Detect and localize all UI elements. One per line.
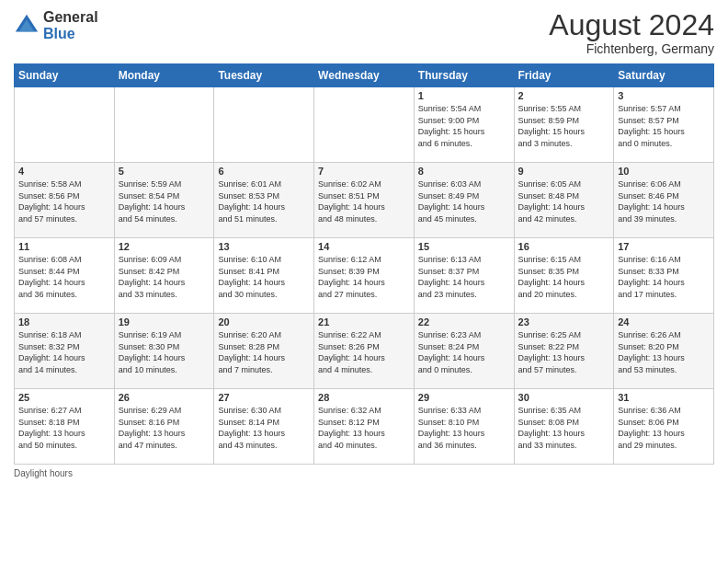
day-number: 3: [618, 90, 710, 101]
day-number: 5: [119, 166, 210, 177]
calendar-cell: 28Sunrise: 6:32 AM Sunset: 8:12 PM Dayli…: [314, 389, 415, 465]
header: General Blue August 2024 Fichtenberg, Ge…: [14, 9, 714, 56]
calendar-cell: 12Sunrise: 6:09 AM Sunset: 8:42 PM Dayli…: [114, 238, 214, 314]
calendar-header-monday: Monday: [114, 64, 214, 87]
location: Fichtenberg, Germany: [549, 41, 714, 56]
calendar-cell: 11Sunrise: 6:08 AM Sunset: 8:44 PM Dayli…: [15, 238, 115, 314]
day-info: Sunrise: 6:03 AM Sunset: 8:49 PM Dayligh…: [418, 178, 510, 224]
month-year: August 2024: [549, 9, 714, 41]
day-info: Sunrise: 6:16 AM Sunset: 8:33 PM Dayligh…: [618, 254, 710, 300]
calendar-week-2: 4Sunrise: 5:58 AM Sunset: 8:56 PM Daylig…: [15, 163, 714, 238]
calendar-cell: [214, 87, 314, 163]
calendar-header-row: SundayMondayTuesdayWednesdayThursdayFrid…: [15, 64, 714, 87]
calendar-week-5: 25Sunrise: 6:27 AM Sunset: 8:18 PM Dayli…: [15, 389, 714, 465]
calendar-week-3: 11Sunrise: 6:08 AM Sunset: 8:44 PM Dayli…: [15, 238, 714, 314]
day-number: 26: [119, 392, 210, 403]
day-number: 1: [418, 90, 510, 101]
day-number: 6: [218, 166, 310, 177]
day-info: Sunrise: 6:10 AM Sunset: 8:41 PM Dayligh…: [218, 254, 310, 300]
calendar-cell: [314, 87, 415, 163]
day-number: 21: [318, 316, 410, 327]
calendar-cell: 22Sunrise: 6:23 AM Sunset: 8:24 PM Dayli…: [414, 314, 514, 389]
day-info: Sunrise: 6:01 AM Sunset: 8:53 PM Dayligh…: [218, 178, 310, 224]
day-number: 16: [518, 241, 610, 252]
day-info: Sunrise: 6:13 AM Sunset: 8:37 PM Dayligh…: [418, 254, 510, 300]
day-info: Sunrise: 6:09 AM Sunset: 8:42 PM Dayligh…: [119, 254, 210, 300]
day-info: Sunrise: 6:15 AM Sunset: 8:35 PM Dayligh…: [518, 254, 610, 300]
day-info: Sunrise: 6:23 AM Sunset: 8:24 PM Dayligh…: [418, 329, 510, 375]
day-number: 8: [418, 166, 510, 177]
day-number: 29: [418, 392, 510, 403]
calendar-cell: 30Sunrise: 6:35 AM Sunset: 8:08 PM Dayli…: [514, 389, 614, 465]
day-info: Sunrise: 5:59 AM Sunset: 8:54 PM Dayligh…: [119, 178, 210, 224]
day-number: 12: [119, 241, 210, 252]
day-number: 31: [618, 392, 710, 403]
calendar-cell: 13Sunrise: 6:10 AM Sunset: 8:41 PM Dayli…: [214, 238, 314, 314]
calendar-cell: 20Sunrise: 6:20 AM Sunset: 8:28 PM Dayli…: [214, 314, 314, 389]
calendar-cell: 10Sunrise: 6:06 AM Sunset: 8:46 PM Dayli…: [614, 163, 714, 238]
day-number: 24: [618, 316, 710, 327]
day-info: Sunrise: 6:27 AM Sunset: 8:18 PM Dayligh…: [18, 405, 110, 451]
day-info: Sunrise: 6:29 AM Sunset: 8:16 PM Dayligh…: [119, 405, 210, 451]
calendar-week-1: 1Sunrise: 5:54 AM Sunset: 9:00 PM Daylig…: [15, 87, 714, 163]
day-number: 23: [518, 316, 610, 327]
day-number: 19: [119, 316, 210, 327]
day-info: Sunrise: 6:30 AM Sunset: 8:14 PM Dayligh…: [218, 405, 310, 451]
calendar-cell: 1Sunrise: 5:54 AM Sunset: 9:00 PM Daylig…: [414, 87, 514, 163]
calendar-header-thursday: Thursday: [414, 64, 514, 87]
day-info: Sunrise: 6:08 AM Sunset: 8:44 PM Dayligh…: [18, 254, 110, 300]
day-number: 7: [318, 166, 410, 177]
day-info: Sunrise: 5:57 AM Sunset: 8:57 PM Dayligh…: [618, 103, 710, 149]
calendar-cell: 9Sunrise: 6:05 AM Sunset: 8:48 PM Daylig…: [514, 163, 614, 238]
day-number: 11: [18, 241, 110, 252]
calendar-cell: 2Sunrise: 5:55 AM Sunset: 8:59 PM Daylig…: [514, 87, 614, 163]
day-info: Sunrise: 6:36 AM Sunset: 8:06 PM Dayligh…: [618, 405, 710, 451]
day-info: Sunrise: 6:06 AM Sunset: 8:46 PM Dayligh…: [618, 178, 710, 224]
day-info: Sunrise: 5:55 AM Sunset: 8:59 PM Dayligh…: [518, 103, 610, 149]
calendar-cell: [15, 87, 115, 163]
day-info: Sunrise: 6:25 AM Sunset: 8:22 PM Dayligh…: [518, 329, 610, 375]
calendar-cell: 4Sunrise: 5:58 AM Sunset: 8:56 PM Daylig…: [15, 163, 115, 238]
calendar-cell: 17Sunrise: 6:16 AM Sunset: 8:33 PM Dayli…: [614, 238, 714, 314]
calendar-cell: 26Sunrise: 6:29 AM Sunset: 8:16 PM Dayli…: [114, 389, 214, 465]
calendar-cell: 16Sunrise: 6:15 AM Sunset: 8:35 PM Dayli…: [514, 238, 614, 314]
day-info: Sunrise: 6:05 AM Sunset: 8:48 PM Dayligh…: [518, 178, 610, 224]
day-number: 20: [218, 316, 310, 327]
day-number: 14: [318, 241, 410, 252]
calendar-cell: 3Sunrise: 5:57 AM Sunset: 8:57 PM Daylig…: [614, 87, 714, 163]
day-number: 2: [518, 90, 610, 101]
day-info: Sunrise: 6:22 AM Sunset: 8:26 PM Dayligh…: [318, 329, 410, 375]
footer: Daylight hours: [14, 468, 714, 478]
calendar-header-friday: Friday: [514, 64, 614, 87]
day-number: 15: [418, 241, 510, 252]
title-block: August 2024 Fichtenberg, Germany: [549, 9, 714, 56]
day-number: 27: [218, 392, 310, 403]
calendar-cell: 6Sunrise: 6:01 AM Sunset: 8:53 PM Daylig…: [214, 163, 314, 238]
day-number: 28: [318, 392, 410, 403]
day-info: Sunrise: 6:12 AM Sunset: 8:39 PM Dayligh…: [318, 254, 410, 300]
calendar-cell: 29Sunrise: 6:33 AM Sunset: 8:10 PM Dayli…: [414, 389, 514, 465]
calendar-cell: 27Sunrise: 6:30 AM Sunset: 8:14 PM Dayli…: [214, 389, 314, 465]
calendar-cell: 18Sunrise: 6:18 AM Sunset: 8:32 PM Dayli…: [15, 314, 115, 389]
calendar-cell: 23Sunrise: 6:25 AM Sunset: 8:22 PM Dayli…: [514, 314, 614, 389]
calendar-cell: 21Sunrise: 6:22 AM Sunset: 8:26 PM Dayli…: [314, 314, 415, 389]
calendar-cell: 19Sunrise: 6:19 AM Sunset: 8:30 PM Dayli…: [114, 314, 214, 389]
logo-blue: Blue: [43, 26, 98, 42]
day-number: 9: [518, 166, 610, 177]
day-info: Sunrise: 6:18 AM Sunset: 8:32 PM Dayligh…: [18, 329, 110, 375]
logo: General Blue: [14, 9, 98, 41]
day-number: 4: [18, 166, 110, 177]
calendar-header-sunday: Sunday: [15, 64, 115, 87]
day-number: 13: [218, 241, 310, 252]
calendar-cell: 15Sunrise: 6:13 AM Sunset: 8:37 PM Dayli…: [414, 238, 514, 314]
day-info: Sunrise: 6:35 AM Sunset: 8:08 PM Dayligh…: [518, 405, 610, 451]
day-number: 17: [618, 241, 710, 252]
calendar-header-wednesday: Wednesday: [314, 64, 415, 87]
calendar-cell: 25Sunrise: 6:27 AM Sunset: 8:18 PM Dayli…: [15, 389, 115, 465]
calendar-cell: 14Sunrise: 6:12 AM Sunset: 8:39 PM Dayli…: [314, 238, 415, 314]
calendar-cell: 24Sunrise: 6:26 AM Sunset: 8:20 PM Dayli…: [614, 314, 714, 389]
logo-icon: [14, 13, 40, 39]
day-info: Sunrise: 6:02 AM Sunset: 8:51 PM Dayligh…: [318, 178, 410, 224]
day-info: Sunrise: 6:26 AM Sunset: 8:20 PM Dayligh…: [618, 329, 710, 375]
calendar: SundayMondayTuesdayWednesdayThursdayFrid…: [14, 63, 714, 465]
